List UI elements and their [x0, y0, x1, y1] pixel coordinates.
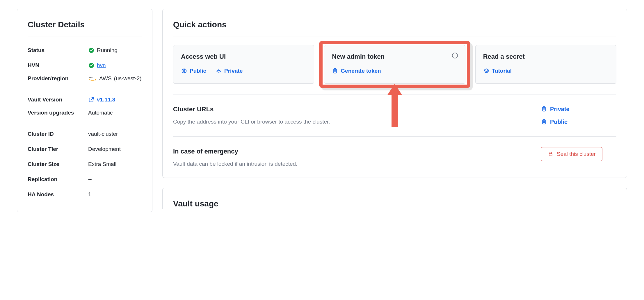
highlight-annotation	[319, 41, 470, 88]
label-hvn: HVN	[28, 62, 86, 69]
clipboard-icon	[541, 106, 547, 112]
seal-cluster-text: Seal this cluster	[557, 151, 596, 157]
value-provider: AWS (us-west-2)	[88, 75, 142, 83]
cluster-details-list: Status Running HVN hvn Provider/region A…	[28, 43, 142, 202]
check-circle-icon	[88, 62, 95, 69]
vault-usage-title: Vault usage	[173, 198, 616, 209]
emergency-desc: Vault data can be locked if an intrusion…	[173, 160, 533, 168]
cluster-urls-desc: Copy the address into your CLI or browse…	[173, 118, 533, 126]
cluster-urls-title: Cluster URLs	[173, 105, 533, 114]
label-upgrades: Version upgrades	[28, 109, 86, 117]
cluster-details-title: Cluster Details	[28, 19, 142, 37]
quick-actions-grid: Access web UI Public Private	[173, 45, 616, 84]
seal-cluster-button[interactable]: Seal this cluster	[541, 147, 602, 161]
provider-name: AWS	[99, 75, 112, 83]
globe-icon	[181, 68, 187, 74]
row-replication: Replication --	[28, 172, 142, 187]
status-text: Running	[97, 47, 118, 54]
value-cluster-id: vault-cluster	[88, 130, 142, 138]
version-text: v1.11.3	[97, 96, 115, 104]
row-status: Status Running	[28, 43, 142, 58]
label-version: Vault Version	[28, 96, 86, 104]
access-public-text: Public	[190, 67, 206, 75]
divider	[173, 136, 616, 137]
row-cluster-id: Cluster ID vault-cluster	[28, 126, 142, 142]
copy-public-text: Public	[550, 118, 567, 126]
value-status: Running	[88, 47, 142, 54]
value-size: Extra Small	[88, 160, 142, 168]
qa-secret-title: Read a secret	[483, 52, 609, 61]
cluster-urls-section: Cluster URLs Copy the address into your …	[173, 105, 616, 126]
copy-private-text: Private	[550, 105, 570, 113]
generate-token-link[interactable]: Generate token	[332, 67, 381, 75]
value-replication: --	[88, 176, 142, 183]
label-tier: Cluster Tier	[28, 145, 86, 153]
info-icon[interactable]	[452, 52, 458, 59]
emergency-section: In case of emergency Vault data can be l…	[173, 147, 616, 168]
row-provider: Provider/region AWS (us-west-2)	[28, 73, 142, 92]
learn-icon	[483, 68, 490, 74]
label-size: Cluster Size	[28, 160, 86, 168]
qa-new-admin-token: New admin token Generate token	[324, 45, 465, 84]
divider	[173, 94, 616, 94]
tutorial-text: Tutorial	[492, 67, 512, 75]
access-public-link[interactable]: Public	[181, 67, 206, 75]
label-status: Status	[28, 47, 86, 54]
value-upgrades: Automatic	[88, 109, 142, 117]
row-hvn: HVN hvn	[28, 58, 142, 73]
generate-token-text: Generate token	[341, 67, 381, 75]
version-link[interactable]: v1.11.3	[88, 96, 115, 104]
label-provider: Provider/region	[28, 75, 86, 83]
value-ha-nodes: 1	[88, 191, 142, 199]
external-link-icon	[88, 97, 95, 103]
qa-access-web-ui: Access web UI Public Private	[173, 45, 314, 84]
aws-icon	[88, 75, 97, 82]
row-version: Vault Version v1.11.3	[28, 92, 142, 107]
tutorial-link[interactable]: Tutorial	[483, 67, 512, 75]
qa-read-secret: Read a secret Tutorial	[475, 45, 616, 84]
value-tier: Development	[88, 145, 142, 153]
label-ha-nodes: HA Nodes	[28, 191, 86, 199]
check-circle-icon	[88, 47, 95, 53]
row-ha-nodes: HA Nodes 1	[28, 187, 142, 202]
lock-icon	[547, 151, 554, 157]
row-size: Cluster Size Extra Small	[28, 157, 142, 172]
access-private-link[interactable]: Private	[216, 67, 243, 75]
external-arrow-icon	[216, 68, 222, 74]
label-replication: Replication	[28, 176, 86, 183]
copy-private-link[interactable]: Private	[541, 105, 570, 113]
copy-public-link[interactable]: Public	[541, 118, 567, 126]
quick-actions-card: Quick actions Access web UI Public Priva…	[162, 9, 627, 178]
cluster-details-card: Cluster Details Status Running HVN hvn P…	[17, 9, 152, 212]
hvn-link[interactable]: hvn	[97, 62, 106, 69]
access-private-text: Private	[224, 67, 243, 75]
clipboard-icon	[541, 119, 547, 125]
label-cluster-id: Cluster ID	[28, 130, 86, 138]
qa-token-title: New admin token	[332, 52, 457, 61]
row-tier: Cluster Tier Development	[28, 142, 142, 157]
row-upgrades: Version upgrades Automatic	[28, 107, 142, 126]
provider-region: (us-west-2)	[114, 75, 142, 83]
qa-access-title: Access web UI	[181, 52, 306, 61]
clipboard-icon	[332, 68, 338, 74]
vault-usage-card: Vault usage	[162, 188, 627, 209]
quick-actions-title: Quick actions	[173, 19, 616, 37]
emergency-title: In case of emergency	[173, 147, 533, 156]
